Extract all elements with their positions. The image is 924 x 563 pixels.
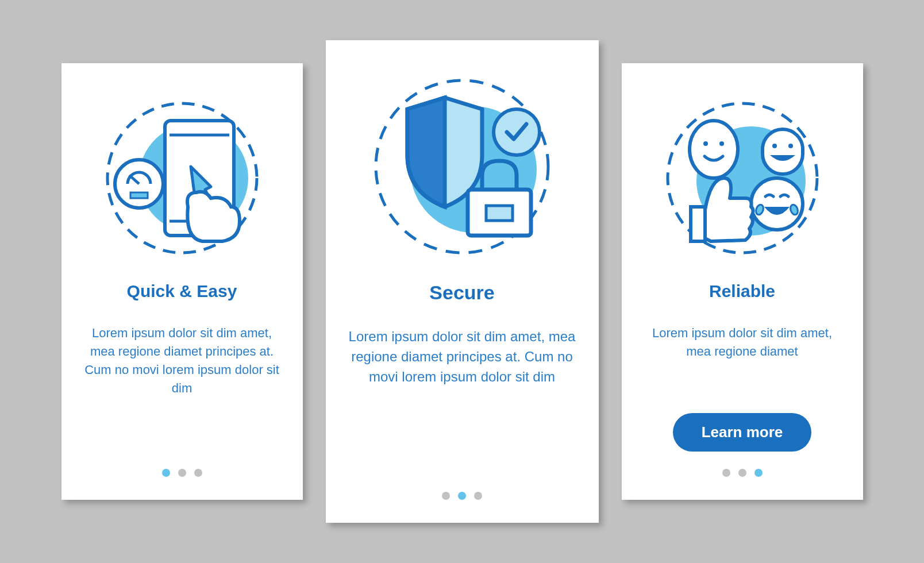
dot-1[interactable]: [162, 469, 170, 477]
onboarding-card-quick-easy: Quick & Easy Lorem ipsum dolor sit dim a…: [61, 63, 303, 500]
pagination-dots: [162, 469, 202, 477]
card-title: Secure: [429, 282, 494, 304]
dot-2[interactable]: [178, 469, 186, 477]
dot-3[interactable]: [194, 469, 202, 477]
thumbs-up-icon: [656, 92, 829, 264]
pagination-dots: [722, 469, 763, 477]
svg-point-17: [719, 141, 724, 146]
svg-point-21: [751, 178, 803, 230]
svg-point-20: [788, 144, 793, 148]
dot-3[interactable]: [754, 469, 763, 477]
svg-point-15: [690, 121, 738, 178]
svg-point-19: [772, 144, 777, 148]
svg-rect-12: [486, 206, 513, 221]
speed-tap-icon: [96, 92, 268, 264]
dot-2[interactable]: [458, 492, 466, 500]
shield-lock-icon: [364, 69, 560, 264]
dot-1[interactable]: [722, 469, 730, 477]
svg-rect-18: [763, 129, 803, 174]
dot-1[interactable]: [442, 492, 450, 500]
svg-rect-7: [130, 192, 148, 198]
svg-point-10: [494, 109, 540, 155]
card-body: Lorem ipsum dolor sit dim amet, mea regi…: [349, 327, 576, 475]
card-title: Quick & Easy: [127, 282, 237, 301]
card-title: Reliable: [709, 282, 775, 301]
dot-2[interactable]: [738, 469, 746, 477]
pagination-dots: [442, 492, 482, 500]
onboarding-card-secure: Secure Lorem ipsum dolor sit dim amet, m…: [326, 40, 599, 523]
card-body: Lorem ipsum dolor sit dim amet, mea regi…: [645, 324, 840, 397]
card-body: Lorem ipsum dolor sit dim amet, mea regi…: [84, 324, 280, 452]
learn-more-button[interactable]: Learn more: [673, 413, 812, 452]
onboarding-card-reliable: Reliable Lorem ipsum dolor sit dim amet,…: [622, 63, 863, 500]
dot-3[interactable]: [474, 492, 482, 500]
svg-point-16: [703, 141, 708, 146]
